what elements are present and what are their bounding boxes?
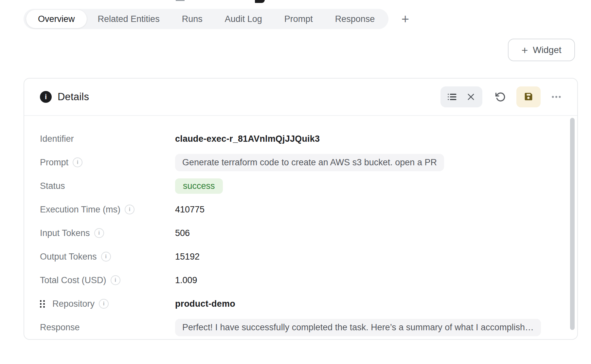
- field-label-cell: Response: [40, 322, 175, 333]
- tab-audit-log[interactable]: Audit Log: [214, 9, 273, 29]
- field-label-cell: Status: [40, 181, 175, 191]
- card-header-actions: [440, 86, 566, 107]
- field-label: Response: [40, 322, 80, 333]
- field-row-identifier: Identifier claude-exec-r_81AVnlmQjJJQuik…: [40, 127, 562, 151]
- info-outline-icon[interactable]: i: [111, 275, 120, 285]
- field-value-identifier: claude-exec-r_81AVnlmQjJJQuik3: [175, 134, 320, 144]
- cropped-heading-fragment: [176, 0, 185, 1]
- field-row-output-tokens: Output Tokens i 15192: [40, 245, 562, 268]
- field-value-execution-time: 410775: [175, 205, 205, 215]
- info-outline-icon[interactable]: i: [73, 157, 82, 167]
- field-row-input-tokens: Input Tokens i 506: [40, 221, 562, 245]
- field-label-cell: Identifier: [40, 134, 175, 144]
- add-tab-button[interactable]: +: [397, 9, 413, 29]
- field-label: Output Tokens: [40, 252, 97, 262]
- tab-runs[interactable]: Runs: [171, 9, 214, 29]
- more-button[interactable]: [546, 88, 566, 106]
- card-title-group: i Details: [40, 91, 89, 103]
- list-view-button[interactable]: [443, 88, 461, 106]
- details-field-list: Identifier claude-exec-r_81AVnlmQjJJQuik…: [24, 116, 577, 339]
- plus-icon: +: [521, 45, 528, 56]
- tab-overview[interactable]: Overview: [26, 10, 87, 28]
- plus-icon: +: [402, 12, 409, 27]
- field-row-repository: Repository i product-demo: [40, 292, 562, 316]
- field-label-cell: Output Tokens i: [40, 252, 175, 262]
- field-label: Identifier: [40, 134, 74, 144]
- field-row-execution-time: Execution Time (ms) i 410775: [40, 198, 562, 221]
- undo-icon: [495, 91, 506, 102]
- info-outline-icon[interactable]: i: [101, 252, 111, 262]
- field-label: Prompt: [40, 157, 68, 168]
- field-label: Input Tokens: [40, 228, 90, 238]
- field-row-total-cost: Total Cost (USD) i 1.009: [40, 268, 562, 292]
- tab-related-entities[interactable]: Related Entities: [87, 9, 171, 29]
- field-value-prompt: Generate terraform code to create an AWS…: [175, 154, 444, 171]
- cropped-heading-fragment: [255, 0, 265, 3]
- details-card-header: i Details: [24, 79, 577, 116]
- tab-bar: Overview Related Entities Runs Audit Log…: [24, 9, 388, 29]
- tab-prompt[interactable]: Prompt: [273, 9, 324, 29]
- field-label-cell: Input Tokens i: [40, 228, 175, 238]
- ellipsis-icon: [550, 91, 562, 103]
- field-label: Execution Time (ms): [40, 205, 120, 215]
- field-value-output-tokens: 15192: [175, 252, 200, 262]
- field-value-repository: product-demo: [175, 299, 235, 309]
- info-outline-icon[interactable]: i: [125, 205, 134, 214]
- info-filled-icon: i: [40, 91, 52, 103]
- close-icon: [466, 92, 475, 101]
- field-label-cell: Execution Time (ms) i: [40, 205, 175, 215]
- field-row-response: Response Perfect! I have successfully co…: [40, 316, 562, 339]
- drag-handle-icon[interactable]: [40, 300, 45, 308]
- field-label: Total Cost (USD): [40, 275, 106, 285]
- add-widget-label: Widget: [533, 45, 561, 55]
- save-icon: [523, 91, 534, 103]
- field-label-cell: Prompt i: [40, 157, 175, 168]
- save-button[interactable]: [516, 86, 541, 107]
- field-label-cell: Repository i: [40, 299, 175, 309]
- undo-button[interactable]: [492, 88, 509, 106]
- details-card: i Details: [24, 78, 578, 340]
- list-icon: [447, 92, 457, 102]
- status-badge: success: [175, 178, 223, 194]
- field-label-cell: Total Cost (USD) i: [40, 275, 175, 285]
- field-label: Repository: [52, 299, 95, 309]
- page: { "tabs": { "active_index": 0, "items": …: [0, 0, 591, 364]
- info-outline-icon[interactable]: i: [99, 299, 109, 309]
- tab-response[interactable]: Response: [324, 9, 386, 29]
- card-title: Details: [58, 91, 89, 103]
- field-value-total-cost: 1.009: [175, 275, 197, 285]
- tab-strip: Overview Related Entities Runs Audit Log…: [24, 9, 413, 29]
- field-value-input-tokens: 506: [175, 228, 190, 238]
- view-toggle-group: [440, 86, 482, 107]
- close-button[interactable]: [462, 88, 480, 106]
- info-outline-icon[interactable]: i: [94, 228, 104, 238]
- field-value-response: Perfect! I have successfully completed t…: [175, 319, 541, 336]
- field-row-status: Status success: [40, 174, 562, 198]
- field-label: Status: [40, 181, 65, 191]
- add-widget-button[interactable]: + Widget: [508, 39, 575, 61]
- field-row-prompt: Prompt i Generate terraform code to crea…: [40, 151, 562, 174]
- card-scrollbar[interactable]: [570, 118, 575, 330]
